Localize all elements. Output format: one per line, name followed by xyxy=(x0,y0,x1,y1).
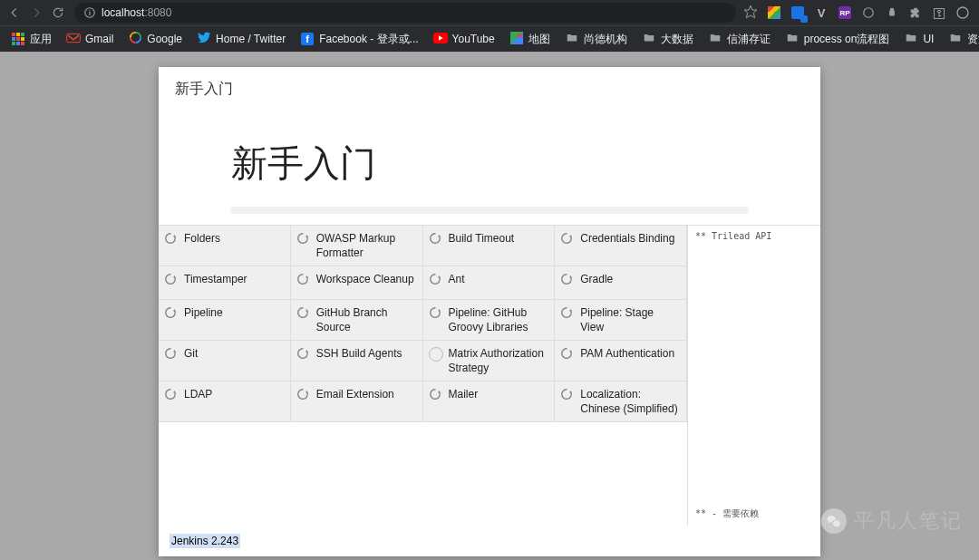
svg-marker-22 xyxy=(437,275,440,278)
bookmark-label: Google xyxy=(147,33,182,45)
bookmark-label: YouTube xyxy=(452,33,495,45)
site-info-icon[interactable] xyxy=(83,6,96,19)
svg-marker-24 xyxy=(173,309,176,312)
bookmark-item[interactable]: 地图 xyxy=(504,32,556,47)
plugin-label: LDAP xyxy=(184,387,212,401)
twitter-icon xyxy=(197,32,211,46)
loading-spinner-icon xyxy=(164,388,179,402)
reload-button[interactable] xyxy=(49,4,67,22)
browser-chrome: localhost:8080 V RP ⚿ 应用GmailGoogleHome … xyxy=(0,0,979,52)
plugin-label: SSH Build Agents xyxy=(316,346,402,361)
bookmark-label: Home / Twitter xyxy=(216,33,286,45)
extension-icon[interactable] xyxy=(861,5,876,20)
plugin-label: GitHub Branch Source xyxy=(316,305,415,334)
loading-spinner-icon xyxy=(164,232,179,246)
plugin-label: Mailer xyxy=(449,387,479,401)
plugin-label: Workspace Cleanup xyxy=(316,272,414,286)
bookmark-item[interactable]: Google xyxy=(122,32,188,46)
plugin-label: OWASP Markup Formatter xyxy=(316,231,415,260)
bookmark-label: 应用 xyxy=(30,32,52,47)
plugin-cell: SSH Build Agents xyxy=(291,341,423,381)
hero-section: 新手入门 xyxy=(159,111,820,225)
toolbar-right-icons: V RP ⚿ xyxy=(743,5,974,22)
loading-spinner-icon xyxy=(560,273,575,287)
extension-icon[interactable] xyxy=(885,5,899,20)
key-icon[interactable]: ⚿ xyxy=(932,5,946,20)
bookmark-item[interactable]: fFacebook - 登录或... xyxy=(295,32,423,47)
svg-marker-21 xyxy=(305,275,308,278)
plugin-label: Email Extension xyxy=(316,387,394,401)
folder-icon xyxy=(642,32,656,46)
plugin-label: Build Timeout xyxy=(449,231,515,246)
bookmark-label: 地图 xyxy=(528,32,550,47)
bookmarks-bar: 应用GmailGoogleHome / TwitterfFacebook - 登… xyxy=(0,25,979,52)
address-bar[interactable]: localhost:8080 xyxy=(74,3,736,23)
plugin-cell: Git xyxy=(159,341,291,381)
loading-spinner-icon xyxy=(296,347,311,362)
svg-point-5 xyxy=(957,7,968,18)
plugin-label: Matrix Authorization Strategy xyxy=(449,346,548,375)
hero-title: 新手入门 xyxy=(231,139,748,188)
extensions-menu-icon[interactable] xyxy=(908,5,923,20)
loading-spinner-icon xyxy=(560,388,575,402)
profile-icon[interactable] xyxy=(955,5,970,20)
loading-spinner-icon xyxy=(164,347,179,362)
plugin-cell: OWASP Markup Formatter xyxy=(291,226,423,266)
bookmark-label: process on流程图 xyxy=(804,32,890,47)
loading-spinner-icon xyxy=(296,306,311,321)
extension-icon[interactable] xyxy=(767,5,781,20)
plugin-cell: Timestamper xyxy=(159,266,291,300)
facebook-icon: f xyxy=(300,32,315,46)
bookmark-star-icon[interactable] xyxy=(743,5,758,22)
bookmark-label: 信浦存证 xyxy=(727,32,771,47)
loading-spinner-icon xyxy=(429,306,443,321)
plugin-cell: Workspace Cleanup xyxy=(291,266,423,300)
folder-icon xyxy=(785,32,800,46)
plugin-cell: Pipeline: Stage View xyxy=(555,300,687,341)
bookmark-item[interactable]: 尚德机构 xyxy=(559,32,633,47)
bookmark-item[interactable]: 应用 xyxy=(5,32,57,47)
loading-spinner-icon xyxy=(429,273,443,287)
pending-icon xyxy=(429,347,443,362)
svg-marker-28 xyxy=(173,350,176,352)
svg-point-2 xyxy=(89,10,90,11)
plugin-cell: Pipeline xyxy=(159,300,291,341)
modal-header: 新手入门 xyxy=(159,67,820,111)
plugin-cell: Mailer xyxy=(423,381,556,422)
loading-spinner-icon xyxy=(560,232,575,246)
svg-marker-32 xyxy=(305,391,308,393)
loading-spinner-icon xyxy=(429,232,443,246)
plugin-cell: Build Timeout xyxy=(423,226,556,266)
bookmark-label: UI xyxy=(923,33,934,45)
bookmark-item[interactable]: Gmail xyxy=(61,32,119,46)
bookmark-item[interactable]: Home / Twitter xyxy=(191,32,291,46)
plugin-label: Ant xyxy=(449,272,465,286)
svg-marker-20 xyxy=(173,275,176,278)
bookmark-label: 大数据 xyxy=(661,32,693,47)
url-text: localhost:8080 xyxy=(102,6,171,19)
svg-marker-34 xyxy=(569,391,572,393)
forward-button[interactable] xyxy=(27,4,45,22)
watermark: 平凡人笔记 xyxy=(821,507,963,535)
plugin-grid: FoldersOWASP Markup FormatterBuild Timeo… xyxy=(159,226,687,526)
setup-wizard-modal: 新手入门 新手入门 FoldersOWASP Markup FormatterB… xyxy=(159,67,820,556)
browser-toolbar: localhost:8080 V RP ⚿ xyxy=(0,0,979,25)
plugin-cell: Email Extension xyxy=(291,381,423,422)
modal-footer: Jenkins 2.243 xyxy=(159,526,820,556)
loading-spinner-icon xyxy=(296,388,311,402)
bookmark-item[interactable]: 信浦存证 xyxy=(703,32,776,47)
extension-icon[interactable] xyxy=(790,5,805,20)
extension-icon[interactable]: RP xyxy=(838,5,852,20)
plugin-label: Pipeline xyxy=(184,305,223,320)
bookmark-item[interactable]: 大数据 xyxy=(636,32,699,47)
folder-icon xyxy=(948,32,963,46)
back-button[interactable] xyxy=(5,4,24,22)
svg-marker-17 xyxy=(305,235,308,237)
bookmark-item[interactable]: UI xyxy=(898,32,939,46)
bookmark-item[interactable]: process on流程图 xyxy=(780,32,896,47)
loading-spinner-icon xyxy=(296,232,311,246)
bookmark-item[interactable]: YouTube xyxy=(428,32,500,46)
plugin-label: Localization: Chinese (Simplified) xyxy=(580,387,679,416)
extension-icon[interactable]: V xyxy=(814,5,829,20)
bookmark-item[interactable]: 资源网站 xyxy=(943,32,979,47)
